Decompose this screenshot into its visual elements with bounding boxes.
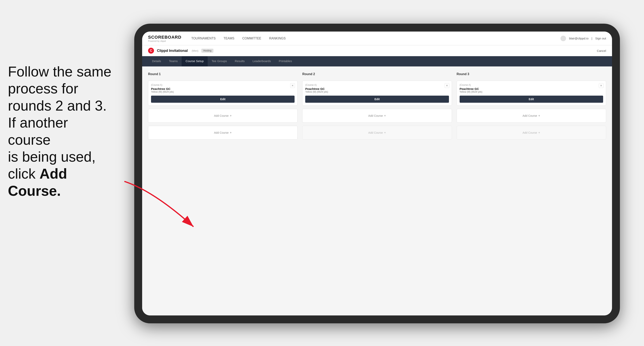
round-2-add-course-2: Add Course + (302, 126, 452, 140)
round-1-title: Round 1 (148, 72, 298, 76)
round-3-title: Round 3 (457, 72, 606, 76)
clippd-logo: C (148, 48, 154, 54)
bold-text: Add Course. (8, 166, 67, 198)
tab-results[interactable]: Results (231, 56, 248, 66)
round-3-course-label: (Course A) (460, 84, 603, 86)
round-2-course-name: Peachtree GC (305, 87, 449, 90)
nav-committee[interactable]: COMMITTEE (242, 37, 261, 40)
nav-links: TOURNAMENTS TEAMS COMMITTEE RANKINGS (191, 37, 286, 40)
plus-icon-4: + (384, 131, 386, 135)
round-2-add-course-1[interactable]: Add Course + (302, 109, 452, 123)
round-1-add-course-1[interactable]: Add Course + (148, 109, 298, 123)
powered-by-text: Powered by clippd (148, 40, 182, 42)
round-1-edit-button[interactable]: Edit (151, 96, 294, 103)
sign-out-link[interactable]: Sign out (595, 37, 606, 40)
round-2-column: Round 2 ✕ (Course A) Peachtree GC Yellow… (302, 72, 452, 140)
tournament-info: C Clippd Invitational (Men) Hosting (148, 48, 214, 54)
user-email: blair@clippd.io (569, 37, 588, 40)
nav-right: blair@clippd.io | Sign out (560, 36, 606, 41)
tournament-name: Clippd Invitational (157, 49, 188, 53)
rounds-grid: Round 1 ✕ (Course A) Peachtree GC Yellow… (148, 72, 606, 140)
tab-course-setup[interactable]: Course Setup (182, 56, 208, 66)
round-1-add-course-text-1: Add Course + (214, 114, 232, 118)
tab-leaderboards[interactable]: Leaderboards (248, 56, 275, 66)
tab-tee-groups[interactable]: Tee Groups (208, 56, 231, 66)
nav-teams[interactable]: TEAMS (224, 37, 234, 40)
round-1-course-details: Yellow (M) (6629 yds) (151, 90, 294, 93)
tab-teams[interactable]: Teams (165, 56, 182, 66)
user-avatar (560, 36, 566, 41)
separator: | (592, 37, 592, 40)
nav-rankings[interactable]: RANKINGS (269, 37, 286, 40)
nav-left: SCOREBOARD Powered by clippd TOURNAMENTS… (148, 35, 286, 42)
hosting-badge: Hosting (201, 49, 214, 53)
app-title: SCOREBOARD (148, 35, 182, 40)
round-1-course-label: (Course A) (151, 84, 294, 86)
round-3-add-course-1[interactable]: Add Course + (457, 109, 606, 123)
plus-icon-6: + (538, 131, 540, 135)
plus-icon-2: + (230, 131, 232, 135)
round-1-column: Round 1 ✕ (Course A) Peachtree GC Yellow… (148, 72, 298, 140)
round-2-course-details: Yellow (M) (6629 yds) (305, 90, 449, 93)
round-2-title: Round 2 (302, 72, 452, 76)
plus-icon-1: + (230, 114, 232, 118)
round-3-add-course-2: Add Course + (457, 126, 606, 140)
round-3-edit-button[interactable]: Edit (460, 96, 603, 103)
cancel-button[interactable]: Cancel (597, 49, 606, 52)
plus-icon-3: + (384, 114, 386, 118)
round-3-course-card: ✕ (Course A) Peachtree GC Yellow (M) (66… (457, 81, 606, 106)
round-3-add-course-text-2: Add Course + (522, 131, 540, 135)
scoreboard-logo: SCOREBOARD Powered by clippd (148, 35, 182, 42)
tablet-screen: SCOREBOARD Powered by clippd TOURNAMENTS… (142, 31, 612, 316)
round-2-add-course-text-1: Add Course + (368, 114, 386, 118)
instruction-panel: Follow the same process for rounds 2 and… (0, 55, 122, 207)
round-2-course-card: ✕ (Course A) Peachtree GC Yellow (M) (66… (302, 81, 452, 106)
round-3-column: Round 3 ✕ (Course A) Peachtree GC Yellow… (457, 72, 606, 140)
main-content: Round 1 ✕ (Course A) Peachtree GC Yellow… (142, 66, 612, 316)
round-1-add-course-text-2: Add Course + (214, 131, 232, 135)
round-1-course-name: Peachtree GC (151, 87, 294, 90)
tab-bar: Details Teams Course Setup Tee Groups Re… (142, 56, 612, 66)
round-3-course-name: Peachtree GC (460, 87, 603, 90)
round-1-card-icon[interactable]: ✕ (290, 83, 295, 88)
instruction-text: Follow the same process for rounds 2 and… (8, 64, 111, 199)
sub-header: C Clippd Invitational (Men) Hosting Canc… (142, 45, 612, 56)
tournament-gender: (Men) (192, 49, 198, 52)
round-2-card-icon[interactable]: ✕ (444, 83, 449, 88)
round-1-add-course-2[interactable]: Add Course + (148, 126, 298, 140)
plus-icon-5: + (538, 114, 540, 118)
tablet-device: SCOREBOARD Powered by clippd TOURNAMENTS… (134, 24, 620, 323)
round-2-add-course-text-2: Add Course + (368, 131, 386, 135)
round-3-course-details: Yellow (M) (6629 yds) (460, 90, 603, 93)
tab-details[interactable]: Details (148, 56, 165, 66)
round-2-edit-button[interactable]: Edit (305, 96, 449, 103)
round-3-add-course-text-1: Add Course + (522, 114, 540, 118)
top-navbar: SCOREBOARD Powered by clippd TOURNAMENTS… (142, 31, 612, 45)
round-1-course-card: ✕ (Course A) Peachtree GC Yellow (M) (66… (148, 81, 298, 106)
nav-tournaments[interactable]: TOURNAMENTS (191, 37, 216, 40)
round-2-course-label: (Course A) (305, 84, 449, 86)
round-3-card-icon[interactable]: ✕ (599, 83, 604, 88)
tab-printables[interactable]: Printables (275, 56, 296, 66)
